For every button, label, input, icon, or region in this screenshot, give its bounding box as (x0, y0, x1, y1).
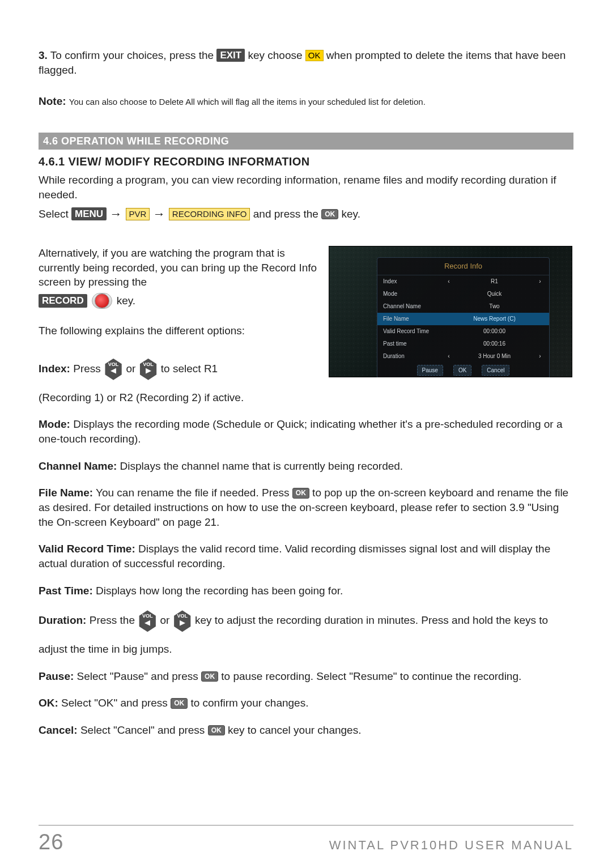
step-text-mid: key choose (248, 49, 305, 61)
subsection-heading: 4.6.1 VIEW/ MODIFY RECORDING INFORMATION (39, 154, 573, 169)
alt-paragraph: Alternatively, if you are watching the p… (39, 246, 317, 290)
ok-post: to confirm your changes. (190, 697, 308, 709)
pause-label: Pause: (39, 670, 74, 682)
ok-key-badge: OK (321, 209, 338, 219)
panel-title: Record Info (377, 258, 549, 275)
triangle-left-icon: ◀ (138, 618, 157, 628)
past-para: Past Time: Displays how long the recordi… (39, 584, 573, 598)
panel-row: File NameNews Report (C) (377, 313, 549, 325)
record-key-text: key. (117, 293, 135, 308)
duration-post: key to adjust the recording duration in … (195, 614, 548, 626)
left-column: Alternatively, if you are watching the p… (39, 246, 317, 380)
duration-para: Duration: Press the VOL ◀ or VOL ▶ key t… (39, 610, 573, 632)
record-button-icon (92, 293, 112, 309)
cancel-post: key to cancel your changes. (228, 724, 362, 736)
past-text: Displays how long the recording has been… (96, 585, 343, 597)
exit-key-badge: EXIT (216, 49, 245, 62)
ok-para: OK: Select "OK" and press OK to confirm … (39, 696, 573, 710)
arrow-icon: → (109, 207, 125, 221)
panel-row: ModeQuick (377, 288, 549, 300)
index-post: to select R1 (161, 363, 218, 375)
record-key-badge: RECORD (39, 294, 87, 307)
right-column: Record Info Index‹R1›ModeQuickChannel Na… (329, 246, 573, 380)
panel-row-value: 3 Hour 0 Min (452, 352, 537, 360)
mode-para: Mode: Displays the recording mode (Sched… (39, 417, 573, 446)
page-footer: 26 WINTAL PVR10HD USER MANUAL (39, 825, 573, 857)
panel-button: Cancel (482, 365, 509, 376)
valid-para: Valid Record Time: Displays the valid re… (39, 542, 573, 571)
panel-row: Channel NameTwo (377, 300, 549, 313)
intro-paragraph: While recording a program, you can view … (39, 173, 573, 202)
page-number: 26 (39, 828, 63, 857)
valid-label: Valid Record Time: (39, 543, 135, 555)
record-key-line: RECORD key. (39, 293, 135, 309)
ok-label: OK: (39, 697, 58, 709)
ok-pre: Select "OK" and press (61, 697, 171, 709)
select-sequence: Select MENU → PVR → RECORDING INFO and p… (39, 206, 573, 223)
panel-row: Past time00:00:16 (377, 338, 549, 350)
record-info-panel: Record Info Index‹R1›ModeQuickChannel Na… (377, 257, 550, 377)
panel-button: Pause (417, 365, 443, 376)
cancel-para: Cancel: Select "Cancel" and press OK key… (39, 723, 573, 738)
menu-key-badge: MENU (71, 207, 107, 220)
channel-para: Channel Name: Displays the channel name … (39, 459, 573, 474)
mode-text: Displays the recording mode (Schedule or… (39, 418, 563, 445)
panel-footer: PauseOKCancel (377, 363, 549, 376)
panel-row-value: 00:00:16 (452, 340, 537, 348)
panel-row: Valid Record Time00:00:00 (377, 325, 549, 338)
duration-line-2: adjust the time in big jumps. (39, 642, 573, 657)
chevron-left-icon: ‹ (445, 352, 452, 360)
cancel-pre: Select "Cancel" and press (80, 724, 208, 736)
ok-key-badge: OK (201, 671, 218, 682)
panel-row: Duration‹3 Hour 0 Min› (377, 350, 549, 363)
select-pre: Select (39, 208, 71, 220)
past-label: Past Time: (39, 585, 93, 597)
vol-right-button-icon: VOL ▶ (173, 610, 192, 632)
file-para: File Name: You can rename the file if ne… (39, 486, 573, 529)
vol-right-button-icon: VOL ▶ (139, 359, 158, 380)
panel-row-key: Valid Record Time (383, 327, 445, 335)
index-line: Index: Press VOL ◀ or VOL ▶ to select R1 (39, 359, 317, 380)
panel-row-value: 00:00:00 (452, 327, 537, 335)
pause-pre: Select "Pause" and press (77, 670, 201, 682)
panel-row-key: Duration (383, 352, 445, 360)
panel-row-key: Channel Name (383, 303, 445, 310)
recording-info-badge: RECORDING INFO (169, 208, 250, 220)
ok-key-badge: OK (171, 698, 188, 708)
panel-row-value: Two (452, 303, 537, 310)
chevron-left-icon: ‹ (445, 278, 452, 286)
manual-title: WINTAL PVR10HD USER MANUAL (329, 837, 573, 854)
index-line-2: (Recording 1) or R2 (Recording 2) if act… (39, 390, 573, 405)
channel-text: Displays the channel name that is curren… (120, 460, 403, 472)
panel-row: Index‹R1› (377, 275, 549, 288)
step-number: 3. (39, 49, 48, 61)
file-label: File Name: (39, 487, 93, 499)
panel-row-value: Quick (452, 290, 537, 298)
manual-page: 3. To confirm your choices, press the EX… (0, 0, 612, 868)
triangle-right-icon: ▶ (173, 618, 192, 628)
select-post: key. (341, 208, 360, 220)
panel-row-key: Mode (383, 290, 445, 298)
panel-row-key: File Name (383, 315, 445, 323)
triangle-left-icon: ◀ (104, 365, 123, 376)
following-text: The following explains the different opt… (39, 324, 317, 338)
panel-row-key: Index (383, 278, 445, 286)
panel-hint: Press [OK] to modify name of the recordi… (377, 376, 549, 377)
note-label: Note: (39, 95, 66, 107)
step-3: 3. To confirm your choices, press the EX… (39, 48, 573, 77)
index-or: or (126, 363, 138, 375)
vol-left-button-icon: VOL ◀ (138, 610, 157, 632)
channel-label: Channel Name: (39, 460, 117, 472)
file-pre: You can rename the file if needed. Press (96, 487, 292, 499)
index-label: Index: (39, 363, 70, 375)
note-text: You can also choose to Delete All which … (69, 97, 426, 107)
step-text-pre: To confirm your choices, press the (50, 49, 217, 61)
pause-para: Pause: Select "Pause" and press OK to pa… (39, 669, 573, 684)
chevron-right-icon: › (537, 278, 543, 286)
panel-row-value: R1 (452, 278, 537, 286)
triangle-right-icon: ▶ (139, 365, 158, 376)
duration-label: Duration: (39, 614, 86, 626)
pause-post: to pause recording. Select "Resume" to c… (221, 670, 521, 682)
mode-label: Mode: (39, 418, 70, 430)
ok-key-badge: OK (305, 50, 324, 61)
